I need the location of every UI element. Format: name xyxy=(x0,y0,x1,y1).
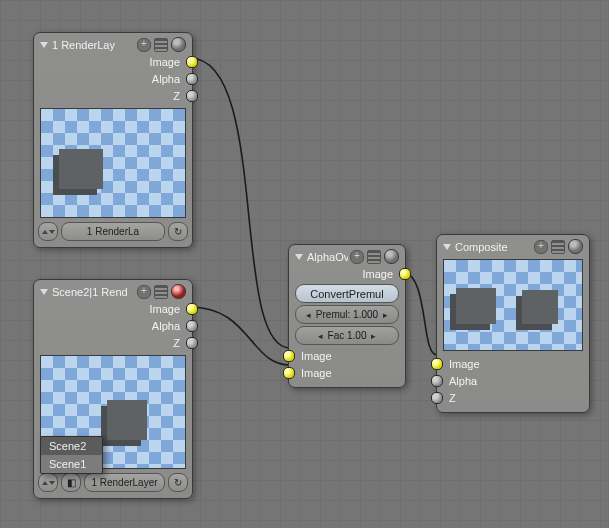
thumbnail xyxy=(40,108,186,218)
socket-out-image[interactable]: Image xyxy=(293,265,401,282)
socket-out-image[interactable]: Image xyxy=(38,53,188,70)
options-icon[interactable] xyxy=(367,250,381,264)
preview-dot-icon[interactable] xyxy=(568,239,583,254)
collapse-icon[interactable] xyxy=(295,254,303,260)
thumbnail xyxy=(443,259,583,351)
layer-strip[interactable]: ◧ 1 RenderLayer ↻ xyxy=(38,473,188,492)
node-header[interactable]: 1 RenderLay + xyxy=(38,36,188,53)
node-title: AlphaOver xyxy=(307,251,348,263)
node-header[interactable]: Composite + xyxy=(441,238,585,255)
node-title: Scene2|1 Rend xyxy=(52,286,135,298)
premul-field[interactable]: ◂Premul: 1.000▸ xyxy=(295,305,399,324)
convert-premul-button[interactable]: ConvertPremul xyxy=(295,284,399,303)
add-icon[interactable]: + xyxy=(534,240,548,254)
layer-select: 1 RenderLa xyxy=(61,222,165,241)
menu-item-scene2[interactable]: Scene2 xyxy=(41,437,102,455)
add-icon[interactable]: + xyxy=(137,38,151,52)
node-render2[interactable]: Scene2|1 Rend + Image Alpha Z Scene2 Sce… xyxy=(33,279,193,499)
scene-icon[interactable]: ◧ xyxy=(61,473,81,492)
socket-in-image-2[interactable]: Image xyxy=(293,364,401,381)
layer-select: 1 RenderLayer xyxy=(84,473,165,492)
node-header[interactable]: Scene2|1 Rend + xyxy=(38,283,188,300)
options-icon[interactable] xyxy=(154,38,168,52)
socket-out-alpha[interactable]: Alpha xyxy=(38,70,188,87)
node-composite[interactable]: Composite + Image Alpha Z xyxy=(436,234,590,413)
socket-in-image[interactable]: Image xyxy=(441,355,585,372)
fac-field[interactable]: ◂Fac 1.00▸ xyxy=(295,326,399,345)
preview-dot-icon[interactable] xyxy=(171,284,186,299)
collapse-icon[interactable] xyxy=(443,244,451,250)
options-icon[interactable] xyxy=(551,240,565,254)
node-render1[interactable]: 1 RenderLay + Image Alpha Z 1 RenderLa ↻ xyxy=(33,32,193,248)
collapse-icon[interactable] xyxy=(40,289,48,295)
options-icon[interactable] xyxy=(154,285,168,299)
add-icon[interactable]: + xyxy=(137,285,151,299)
reload-icon[interactable]: ↻ xyxy=(168,473,188,492)
socket-out-z[interactable]: Z xyxy=(38,87,188,104)
menu-item-scene1[interactable]: Scene1 xyxy=(41,455,102,473)
socket-in-image-1[interactable]: Image xyxy=(293,347,401,364)
socket-out-z[interactable]: Z xyxy=(38,334,188,351)
preview-dot-icon[interactable] xyxy=(171,37,186,52)
socket-in-z[interactable]: Z xyxy=(441,389,585,406)
node-title: 1 RenderLay xyxy=(52,39,135,51)
socket-out-image[interactable]: Image xyxy=(38,300,188,317)
preview-dot-icon[interactable] xyxy=(384,249,399,264)
scene-menu[interactable]: Scene2 Scene1 xyxy=(40,436,103,474)
collapse-icon[interactable] xyxy=(40,42,48,48)
node-title: Composite xyxy=(455,241,532,253)
layer-strip[interactable]: 1 RenderLa ↻ xyxy=(38,222,188,241)
socket-out-alpha[interactable]: Alpha xyxy=(38,317,188,334)
reload-icon[interactable]: ↻ xyxy=(168,222,188,241)
node-header[interactable]: AlphaOver + xyxy=(293,248,401,265)
add-icon[interactable]: + xyxy=(350,250,364,264)
node-alphaover[interactable]: AlphaOver + Image ConvertPremul ◂Premul:… xyxy=(288,244,406,388)
socket-in-alpha[interactable]: Alpha xyxy=(441,372,585,389)
